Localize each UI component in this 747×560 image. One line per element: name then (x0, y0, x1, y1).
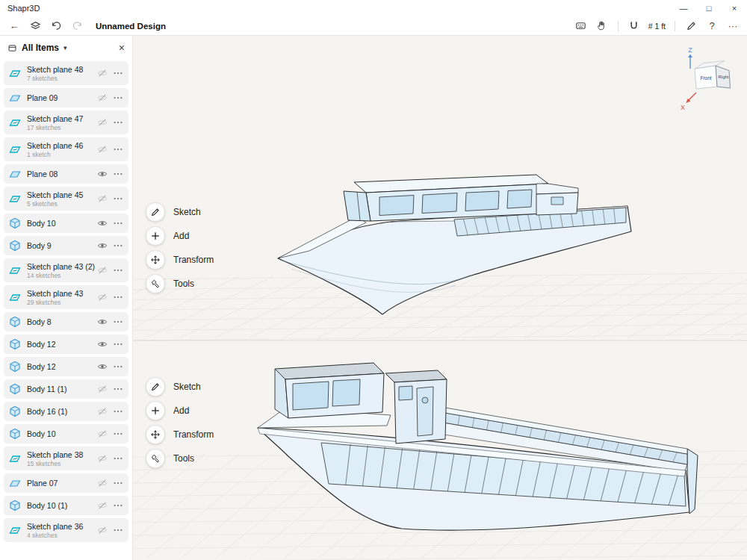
sidebar-item[interactable]: Body 10 (4, 424, 128, 444)
menu-item-transform[interactable]: Transform (146, 250, 214, 270)
eye-icon[interactable] (97, 317, 108, 327)
item-more-icon[interactable] (113, 361, 123, 372)
eye-off-icon[interactable] (97, 193, 108, 204)
menu-item-sketch[interactable]: Sketch (146, 377, 214, 396)
close-button[interactable]: × (722, 0, 747, 16)
item-more-icon[interactable] (113, 93, 123, 103)
sidebar-item[interactable]: Sketch plane 38 15 sketches (4, 447, 128, 470)
sidebar-item[interactable]: Body 9 (4, 236, 128, 255)
eye-off-icon[interactable] (97, 453, 108, 464)
eye-icon[interactable] (97, 169, 108, 179)
hand-tool-button[interactable] (592, 18, 612, 34)
eye-off-icon[interactable] (97, 429, 108, 439)
sidebar-item[interactable]: Body 16 (1) (4, 402, 128, 421)
eye-off-icon[interactable] (97, 500, 108, 511)
sidebar-item[interactable]: Plane 09 (4, 88, 128, 108)
item-label: Sketch plane 47 (27, 114, 83, 123)
help-button[interactable]: ? (702, 18, 722, 34)
item-more-icon[interactable] (113, 240, 123, 251)
sidebar-item[interactable]: Body 12 (4, 335, 128, 354)
items-panel-button[interactable] (25, 18, 45, 34)
item-more-icon[interactable] (113, 144, 123, 155)
modeling-canvas[interactable]: Z Front Right X Sketch Add Transform Too… (133, 36, 747, 560)
minimize-button[interactable]: — (671, 0, 696, 16)
sidebar-item[interactable]: Plane 08 (4, 164, 128, 184)
menu-item-tools[interactable]: Tools (146, 449, 214, 468)
boat-model-2[interactable] (258, 363, 698, 530)
item-more-icon[interactable] (113, 317, 123, 327)
body-icon (9, 361, 21, 373)
eye-off-icon[interactable] (97, 525, 108, 535)
eye-off-icon[interactable] (97, 68, 108, 78)
redo-button[interactable] (67, 18, 87, 34)
more-button[interactable]: ··· (723, 18, 743, 34)
item-label: Body 12 (27, 340, 56, 349)
boat-model-1[interactable] (278, 175, 631, 314)
item-more-icon[interactable] (113, 453, 123, 464)
menu-item-sketch[interactable]: Sketch (146, 202, 214, 222)
menu-item-add[interactable]: Add (146, 401, 214, 420)
back-button[interactable]: ← (4, 18, 24, 34)
sidebar-item[interactable]: Body 8 (4, 312, 128, 332)
sketch-plane-icon (9, 291, 21, 303)
sidebar-item[interactable]: Sketch plane 47 17 sketches (4, 111, 128, 134)
design-title[interactable]: Unnamed Design (96, 22, 166, 31)
sidebar-close-button[interactable]: × (119, 42, 125, 54)
viewport-canvas[interactable]: Z Front Right X (133, 36, 747, 560)
item-more-icon[interactable] (113, 265, 123, 276)
transform-icon (146, 250, 165, 270)
eye-off-icon[interactable] (97, 117, 108, 128)
sidebar-title[interactable]: All Items (22, 43, 59, 53)
item-more-icon[interactable] (113, 384, 123, 394)
item-more-icon[interactable] (113, 292, 123, 302)
eye-icon[interactable] (97, 240, 108, 251)
sidebar-item[interactable]: Body 11 (1) (4, 379, 128, 399)
sidebar-item[interactable]: Sketch plane 43 29 sketches (4, 285, 128, 309)
menu-item-transform[interactable]: Transform (146, 425, 214, 444)
item-more-icon[interactable] (113, 169, 123, 179)
item-more-icon[interactable] (113, 218, 123, 228)
snap-button[interactable] (624, 18, 644, 34)
sidebar-item[interactable]: Sketch plane 45 5 sketches (4, 187, 128, 211)
view-cube[interactable]: Z Front Right X (681, 46, 731, 111)
eye-icon[interactable] (97, 339, 108, 349)
body-icon (9, 428, 21, 440)
eye-off-icon[interactable] (97, 406, 108, 417)
sidebar-item[interactable]: Sketch plane 36 4 sketches (4, 518, 128, 542)
item-more-icon[interactable] (113, 406, 123, 417)
edit-button[interactable] (681, 18, 701, 34)
eye-off-icon[interactable] (97, 93, 108, 103)
item-more-icon[interactable] (113, 429, 123, 439)
menu-item-add[interactable]: Add (146, 226, 214, 246)
eye-icon[interactable] (97, 361, 108, 372)
sidebar-item[interactable]: Body 12 (4, 357, 128, 376)
eye-off-icon[interactable] (97, 384, 108, 394)
item-more-icon[interactable] (113, 339, 123, 349)
item-label: Body 11 (1) (27, 385, 67, 393)
sidebar-item[interactable]: Sketch plane 48 7 sketches (4, 61, 128, 85)
item-more-icon[interactable] (113, 68, 123, 78)
sidebar-item[interactable]: Plane 07 (4, 473, 128, 493)
sidebar-item[interactable]: Sketch plane 46 1 sketch (4, 137, 128, 161)
maximize-button[interactable]: □ (696, 0, 722, 16)
item-more-icon[interactable] (113, 478, 123, 488)
item-more-icon[interactable] (113, 500, 123, 511)
menu-item-tools[interactable]: Tools (146, 274, 214, 293)
item-more-icon[interactable] (113, 117, 123, 128)
eye-off-icon[interactable] (97, 265, 108, 276)
item-label: Sketch plane 43 (27, 289, 83, 298)
item-more-icon[interactable] (113, 525, 123, 535)
item-more-icon[interactable] (113, 193, 123, 204)
eye-off-icon[interactable] (97, 292, 108, 302)
grid-unit-label[interactable]: # 1 ft (645, 22, 669, 31)
undo-button[interactable] (46, 18, 66, 34)
chevron-down-icon[interactable]: ▾ (63, 44, 67, 52)
body-icon (9, 500, 21, 511)
sidebar-item[interactable]: Body 10 (1) (4, 496, 128, 515)
visualization-button[interactable] (571, 18, 591, 34)
sidebar-item[interactable]: Body 10 (4, 214, 128, 233)
eye-icon[interactable] (97, 218, 108, 228)
eye-off-icon[interactable] (97, 144, 108, 155)
sidebar-item[interactable]: Sketch plane 43 (2) 14 sketches (4, 258, 128, 282)
eye-off-icon[interactable] (97, 478, 108, 488)
